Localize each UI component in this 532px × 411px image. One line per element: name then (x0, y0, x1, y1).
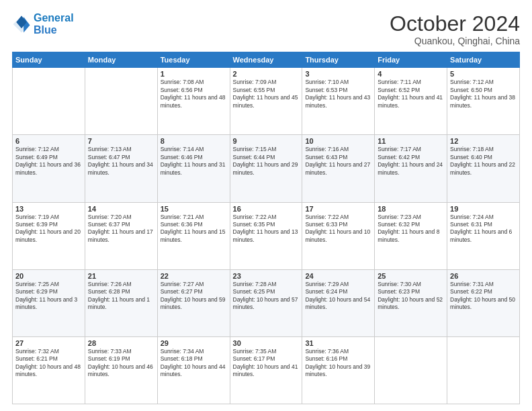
calendar-week-row: 1 Sunrise: 7:08 AM Sunset: 6:56 PM Dayli… (13, 68, 520, 135)
sunset-text: Sunset: 6:27 PM (161, 288, 203, 295)
weekday-header: Sunday (13, 52, 85, 68)
day-info: Sunrise: 7:26 AM Sunset: 6:28 PM Dayligh… (88, 281, 154, 312)
day-number: 8 (161, 137, 227, 145)
calendar-header: SundayMondayTuesdayWednesdayThursdayFrid… (13, 52, 520, 68)
calendar-cell: 5 Sunrise: 7:12 AM Sunset: 6:50 PM Dayli… (447, 68, 520, 135)
sunrise-text: Sunrise: 7:20 AM (88, 214, 132, 220)
daylight-text: Daylight: 10 hours and 41 minutes. (233, 363, 298, 377)
sunrise-text: Sunrise: 7:35 AM (233, 348, 277, 355)
calendar-cell: 26 Sunrise: 7:31 AM Sunset: 6:22 PM Dayl… (447, 269, 520, 336)
daylight-text: Daylight: 10 hours and 52 minutes. (378, 296, 443, 310)
day-info: Sunrise: 7:12 AM Sunset: 6:50 PM Dayligh… (450, 79, 517, 109)
calendar-cell: 31 Sunrise: 7:36 AM Sunset: 6:16 PM Dayl… (302, 336, 375, 404)
sunrise-text: Sunrise: 7:30 AM (378, 281, 421, 287)
page: General Blue October 2024 Quankou, Qingh… (0, 0, 532, 411)
day-info: Sunrise: 7:36 AM Sunset: 6:16 PM Dayligh… (305, 348, 371, 379)
day-info: Sunrise: 7:13 AM Sunset: 6:47 PM Dayligh… (88, 146, 154, 177)
day-number: 16 (233, 205, 300, 213)
calendar-cell: 28 Sunrise: 7:33 AM Sunset: 6:19 PM Dayl… (85, 336, 157, 404)
daylight-text: Daylight: 11 hours and 27 minutes. (305, 161, 370, 175)
sunrise-text: Sunrise: 7:10 AM (305, 79, 349, 85)
day-info: Sunrise: 7:28 AM Sunset: 6:25 PM Dayligh… (233, 281, 300, 312)
calendar-cell: 20 Sunrise: 7:25 AM Sunset: 6:29 PM Dayl… (13, 269, 85, 336)
day-info: Sunrise: 7:11 AM Sunset: 6:52 PM Dayligh… (378, 79, 444, 109)
day-info: Sunrise: 7:33 AM Sunset: 6:19 PM Dayligh… (88, 348, 154, 379)
daylight-text: Daylight: 10 hours and 46 minutes. (88, 363, 153, 377)
sunset-text: Sunset: 6:23 PM (378, 288, 420, 295)
sunrise-text: Sunrise: 7:11 AM (378, 79, 421, 85)
calendar-cell: 18 Sunrise: 7:23 AM Sunset: 6:32 PM Dayl… (375, 202, 447, 269)
calendar-cell: 25 Sunrise: 7:30 AM Sunset: 6:23 PM Dayl… (375, 269, 447, 336)
day-number: 4 (378, 70, 444, 78)
logo-text: General Blue (34, 12, 74, 36)
sunset-text: Sunset: 6:29 PM (15, 288, 58, 295)
sunrise-text: Sunrise: 7:13 AM (88, 146, 132, 152)
sunrise-text: Sunrise: 7:21 AM (161, 214, 204, 220)
day-number: 1 (161, 70, 227, 78)
daylight-text: Daylight: 11 hours and 22 minutes. (450, 161, 515, 175)
sunset-text: Sunset: 6:18 PM (161, 355, 203, 362)
day-number: 9 (233, 137, 300, 145)
day-number: 13 (15, 205, 82, 213)
sunrise-text: Sunrise: 7:24 AM (450, 214, 494, 220)
sunrise-text: Sunrise: 7:29 AM (305, 281, 349, 287)
sunrise-text: Sunrise: 7:16 AM (305, 146, 349, 152)
day-number: 21 (88, 272, 154, 280)
day-info: Sunrise: 7:29 AM Sunset: 6:24 PM Dayligh… (305, 281, 371, 312)
sunrise-text: Sunrise: 7:25 AM (15, 281, 59, 287)
sunset-text: Sunset: 6:56 PM (161, 87, 203, 93)
day-info: Sunrise: 7:22 AM Sunset: 6:35 PM Dayligh… (233, 214, 300, 244)
day-number: 5 (450, 70, 517, 78)
sunrise-text: Sunrise: 7:31 AM (450, 281, 494, 287)
sunset-text: Sunset: 6:52 PM (378, 87, 420, 93)
daylight-text: Daylight: 11 hours and 34 minutes. (88, 161, 153, 175)
sunset-text: Sunset: 6:16 PM (305, 355, 347, 362)
day-info: Sunrise: 7:16 AM Sunset: 6:43 PM Dayligh… (305, 146, 371, 177)
sunset-text: Sunset: 6:22 PM (450, 288, 492, 295)
calendar-cell: 2 Sunrise: 7:09 AM Sunset: 6:55 PM Dayli… (230, 68, 302, 135)
sunset-text: Sunset: 6:31 PM (450, 221, 492, 228)
day-info: Sunrise: 7:08 AM Sunset: 6:56 PM Dayligh… (161, 79, 227, 109)
sunset-text: Sunset: 6:43 PM (305, 154, 347, 161)
daylight-text: Daylight: 11 hours and 24 minutes. (378, 161, 443, 175)
sunset-text: Sunset: 6:49 PM (15, 154, 58, 161)
sunset-text: Sunset: 6:28 PM (88, 288, 130, 295)
day-number: 18 (378, 205, 444, 213)
calendar-cell: 22 Sunrise: 7:27 AM Sunset: 6:27 PM Dayl… (157, 269, 230, 336)
logo-blue: Blue (34, 24, 57, 36)
day-number: 7 (88, 137, 154, 145)
calendar-table: SundayMondayTuesdayWednesdayThursdayFrid… (12, 52, 520, 404)
daylight-text: Daylight: 11 hours and 45 minutes. (233, 94, 298, 108)
sunrise-text: Sunrise: 7:19 AM (15, 214, 59, 220)
day-info: Sunrise: 7:09 AM Sunset: 6:55 PM Dayligh… (233, 79, 300, 109)
daylight-text: Daylight: 11 hours and 10 minutes. (305, 228, 370, 242)
calendar-week-row: 27 Sunrise: 7:32 AM Sunset: 6:21 PM Dayl… (13, 336, 520, 404)
calendar-cell: 27 Sunrise: 7:32 AM Sunset: 6:21 PM Dayl… (13, 336, 85, 404)
calendar-cell: 13 Sunrise: 7:19 AM Sunset: 6:39 PM Dayl… (13, 202, 85, 269)
sunrise-text: Sunrise: 7:27 AM (161, 281, 204, 287)
sunrise-text: Sunrise: 7:26 AM (88, 281, 132, 287)
day-info: Sunrise: 7:35 AM Sunset: 6:17 PM Dayligh… (233, 348, 300, 379)
sunset-text: Sunset: 6:36 PM (161, 221, 203, 228)
day-info: Sunrise: 7:19 AM Sunset: 6:39 PM Dayligh… (15, 214, 82, 244)
calendar-cell: 24 Sunrise: 7:29 AM Sunset: 6:24 PM Dayl… (302, 269, 375, 336)
calendar-cell (375, 336, 447, 404)
day-number: 30 (233, 339, 300, 347)
calendar-cell: 12 Sunrise: 7:18 AM Sunset: 6:40 PM Dayl… (447, 135, 520, 202)
main-title: October 2024 (390, 12, 520, 36)
weekday-header: Wednesday (230, 52, 302, 68)
logo: General Blue (12, 12, 74, 36)
calendar-cell: 30 Sunrise: 7:35 AM Sunset: 6:17 PM Dayl… (230, 336, 302, 404)
weekday-header: Thursday (302, 52, 375, 68)
day-number: 20 (15, 272, 82, 280)
day-info: Sunrise: 7:23 AM Sunset: 6:32 PM Dayligh… (378, 214, 444, 244)
day-number: 27 (15, 339, 82, 347)
sunrise-text: Sunrise: 7:15 AM (233, 146, 277, 152)
daylight-text: Daylight: 11 hours and 20 minutes. (15, 228, 81, 242)
day-info: Sunrise: 7:25 AM Sunset: 6:29 PM Dayligh… (15, 281, 82, 312)
day-info: Sunrise: 7:30 AM Sunset: 6:23 PM Dayligh… (378, 281, 444, 312)
sunset-text: Sunset: 6:37 PM (88, 221, 130, 228)
daylight-text: Daylight: 10 hours and 54 minutes. (305, 296, 370, 310)
calendar-cell: 3 Sunrise: 7:10 AM Sunset: 6:53 PM Dayli… (302, 68, 375, 135)
day-info: Sunrise: 7:17 AM Sunset: 6:42 PM Dayligh… (378, 146, 444, 177)
